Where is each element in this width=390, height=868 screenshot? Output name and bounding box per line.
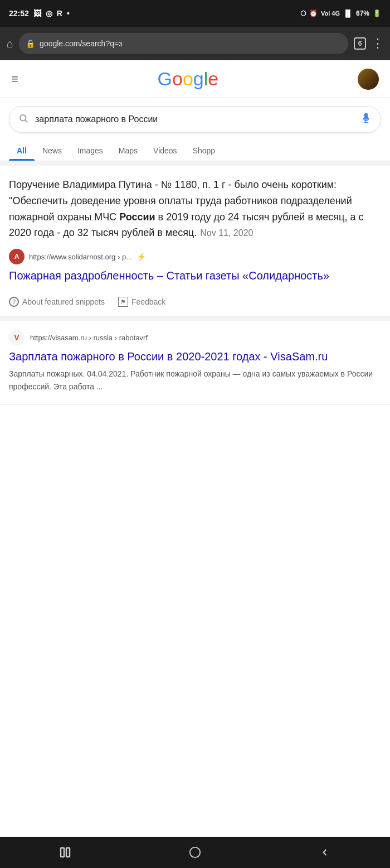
url-bar[interactable]: 🔒 google.com/search?q=з xyxy=(19,33,348,54)
featured-snippet: Поручение Владимира Путина - № 1180, п. … xyxy=(0,166,390,316)
status-right: ⬡ ⏰ Vol 4G ▐▌ 67% 🔋 xyxy=(300,9,381,17)
microphone-icon[interactable] xyxy=(360,113,372,127)
snippet-source: А https://www.solidarnost.org › p... ⚡ П… xyxy=(9,249,381,283)
svg-text:V: V xyxy=(14,333,20,342)
svg-rect-5 xyxy=(61,848,64,857)
flag-icon: ⚑ xyxy=(118,297,128,307)
google-header: ≡ Google xyxy=(0,60,390,98)
question-mark-icon: ? xyxy=(9,297,19,307)
google-logo: Google xyxy=(158,68,219,90)
battery: 67% xyxy=(356,9,369,17)
tab-all[interactable]: All xyxy=(9,141,35,161)
source-url-row: А https://www.solidarnost.org › p... ⚡ xyxy=(9,249,329,264)
gallery-icon: 🖼 xyxy=(33,9,41,18)
svg-line-1 xyxy=(25,120,27,122)
tab-videos[interactable]: Videos xyxy=(145,141,185,161)
filter-tabs: All News Images Maps Videos Shopp xyxy=(0,141,390,161)
lightning-icon: ⚡ xyxy=(136,252,146,261)
search-bar[interactable]: зарплата пожарного в России xyxy=(9,106,381,133)
svg-rect-6 xyxy=(66,848,70,857)
feedback-item[interactable]: ⚑ Feedback xyxy=(118,297,165,307)
tab-images[interactable]: Images xyxy=(70,141,111,161)
snippet-footer: ? About featured snippets ⚑ Feedback xyxy=(9,291,381,307)
dot-indicator: • xyxy=(67,9,70,18)
svg-point-7 xyxy=(190,847,200,857)
result-title-link[interactable]: Зарплата пожарного в России в 2020-2021 … xyxy=(9,349,381,364)
search-icon xyxy=(18,113,28,126)
search-query: зарплата пожарного в России xyxy=(35,114,354,124)
home-button[interactable] xyxy=(178,841,212,864)
search-bar-container: зарплата пожарного в России xyxy=(0,98,390,141)
results-divider xyxy=(0,316,390,321)
search-result-1: V https://visasam.ru › russia › rabotavr… xyxy=(0,321,390,404)
tab-shopping[interactable]: Shopp xyxy=(185,141,223,161)
lock-icon: 🔒 xyxy=(26,39,35,48)
tab-count[interactable]: 6 xyxy=(354,37,366,50)
browser-chrome: ⌂ 🔒 google.com/search?q=з 6 ⋮ xyxy=(0,27,390,60)
result-description: Зарплаты пожарных. 04.04.2021. Работник … xyxy=(9,368,381,393)
snippet-text: Поручение Владимира Путина - № 1180, п. … xyxy=(9,177,381,241)
section-divider xyxy=(0,161,390,166)
result-url: https://visasam.ru › russia › rabotavrf xyxy=(30,334,148,342)
sim-icon: ⬡ xyxy=(300,9,306,17)
logo-o1: o xyxy=(172,68,183,89)
back-button[interactable] xyxy=(308,841,342,864)
battery-icon: 🔋 xyxy=(373,9,381,17)
browser-menu-icon[interactable]: ⋮ xyxy=(372,36,383,51)
url-text: google.com/search?q=з xyxy=(40,39,122,48)
time: 22:52 xyxy=(9,9,29,18)
feedback-label: Feedback xyxy=(131,297,165,306)
svg-point-0 xyxy=(20,115,26,121)
snippet-bold-russia: России xyxy=(119,211,155,223)
about-snippets-item[interactable]: ? About featured snippets xyxy=(9,297,105,307)
recent-apps-button[interactable] xyxy=(48,841,82,864)
source-title-link[interactable]: Пожарная раздробленность – Статьи газеты… xyxy=(9,268,329,283)
carrier-letter: R xyxy=(57,9,62,18)
tab-maps[interactable]: Maps xyxy=(111,141,145,161)
bottom-nav xyxy=(0,837,390,868)
signal-icon: ▐▌ xyxy=(343,9,353,17)
vol-4g-icon: Vol 4G xyxy=(321,10,340,17)
status-bar: 22:52 🖼 ◎ R • ⬡ ⏰ Vol 4G ▐▌ 67% 🔋 xyxy=(0,0,390,27)
logo-g: G xyxy=(158,68,172,89)
source-url: https://www.solidarnost.org › p... xyxy=(29,253,132,261)
content-area: ≡ Google зарплата пожарного в России xyxy=(0,60,390,443)
source-logo: А xyxy=(9,249,25,264)
home-icon[interactable]: ⌂ xyxy=(7,37,13,50)
alarm-icon: ⏰ xyxy=(309,9,318,17)
tab-news[interactable]: News xyxy=(35,141,70,161)
avatar-image xyxy=(358,69,379,90)
hamburger-menu-icon[interactable]: ≡ xyxy=(11,72,18,86)
logo-g2: g xyxy=(193,68,204,89)
whatsapp-icon: ◎ xyxy=(46,9,52,18)
avatar[interactable] xyxy=(358,69,379,90)
snippet-date: Nov 11, 2020 xyxy=(200,228,253,238)
status-left: 22:52 🖼 ◎ R • xyxy=(9,9,70,18)
result-source-row: V https://visasam.ru › russia › rabotavr… xyxy=(9,330,381,345)
about-snippets-label: About featured snippets xyxy=(22,297,105,306)
logo-e: e xyxy=(208,68,218,89)
visasam-favicon: V xyxy=(9,330,25,345)
logo-o2: o xyxy=(183,68,193,89)
